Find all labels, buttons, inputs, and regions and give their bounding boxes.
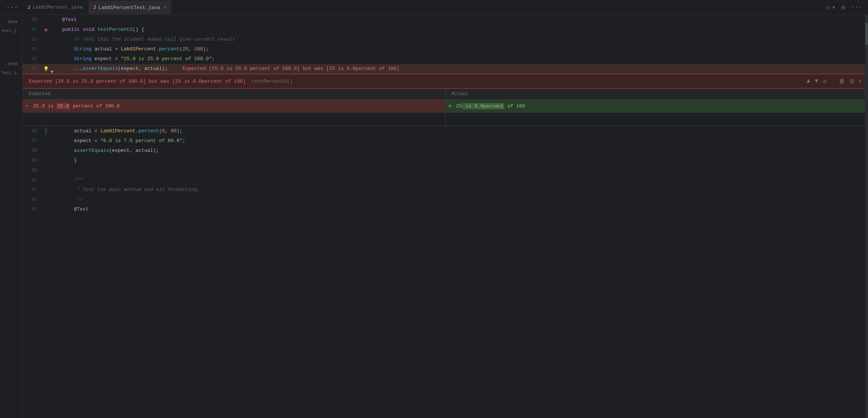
run-button[interactable]: ▷ ▾	[827, 4, 835, 11]
tab-lab01percent[interactable]: J Lab01Percent.java	[23, 1, 87, 14]
code-line-34: 34 String expect = "25.0 is 25.0 percent…	[23, 54, 868, 64]
code-line-37: 37 expect = "6.0 is 7.5 percent of 80.0"…	[23, 136, 868, 146]
error-message-text: Expected [25.0 is 25.0 percent of 100.0]…	[29, 79, 246, 84]
tab-bar: ··· J Lab01Percent.java J Lab01PercentTe…	[0, 0, 868, 15]
error-popup: Expected [25.0 is 25.0 percent of 100.0]…	[23, 74, 868, 89]
line-content-35: ...assertEquals(expect, actual); Expecte…	[50, 64, 399, 74]
diff-expected-line: − 25.0 is 25.0 percent of 100.0	[23, 99, 445, 113]
java-icon-2: J	[93, 5, 96, 11]
copy-button[interactable]: ⧉	[850, 78, 854, 85]
diff-actual-header: Actual	[446, 89, 868, 99]
line-content-31: public void testPercent2() {	[50, 25, 144, 35]
code-line-31: 31 ⊗ public void testPercent2() {	[23, 25, 868, 35]
line-num-42: 42	[23, 187, 41, 192]
code-line-39: 39 }	[23, 156, 868, 165]
sidebar-item-4[interactable]: Test.j...	[1, 69, 22, 77]
diff-expected-label: Expected	[29, 91, 50, 97]
extra-icon: ···	[851, 4, 862, 11]
code-line-35: 35 💡 ...assertEquals(expect, actual); Ex…	[23, 64, 868, 74]
diff-expected-content: − 25.0 is 25.0 percent of 100.0	[23, 99, 445, 126]
java-icon-1: J	[27, 5, 30, 11]
line-content-37: expect = "6.0 is 7.5 percent of 80.0";	[50, 136, 185, 146]
diff-actual-line: + 25 is 0.0percent of 100	[446, 99, 868, 113]
error-icon-31: ⊗	[44, 27, 47, 33]
gutter-31: ⊗	[41, 27, 50, 33]
code-line-38: 38 assertEquals(expect, actual);	[23, 146, 868, 156]
close-tab-icon[interactable]: ✕	[164, 5, 167, 11]
delete-button[interactable]: 🗑	[839, 78, 845, 85]
line-num-32: 32	[23, 37, 41, 42]
code-line-30: 30 @Test	[23, 15, 868, 25]
tab-bar-left: ··· J Lab01Percent.java J Lab01PercentTe…	[3, 1, 171, 14]
run-icon: ▷	[827, 4, 830, 11]
line-num-31: 31	[23, 27, 41, 32]
line-content-39: }	[50, 156, 77, 165]
line-content-33: String actual = Lab01Percent.percent(25,…	[50, 44, 209, 54]
line-content-44: @Test	[50, 204, 88, 214]
diff-expected-text-after: percent of 100.0	[70, 103, 120, 109]
diff-expected-panel: Expected − 25.0 is 25.0 percent of 100.0	[23, 89, 446, 126]
line-num-38: 38	[23, 148, 41, 153]
more-button[interactable]: ···	[3, 2, 21, 13]
code-line-42: 42 * Test the main method and all format…	[23, 185, 868, 195]
error-popup-actions: ▲ ▼ ↺ | 🗑 ⧉ ✕	[807, 77, 862, 85]
split-icon: ⊟	[842, 4, 845, 11]
code-line-33: 33 String actual = Lab01Percent.percent(…	[23, 44, 868, 54]
nav-down-button[interactable]: ▼	[815, 78, 819, 85]
line-num-34: 34	[23, 56, 41, 62]
run-dropdown-icon: ▾	[832, 4, 836, 11]
close-popup-button[interactable]: ✕	[858, 77, 862, 85]
tab-label-2: Lab01PercentTest.java	[99, 5, 160, 11]
line-num-30: 30	[23, 17, 41, 23]
line-content-41: /**	[50, 175, 83, 185]
diff-minus-marker: −	[26, 103, 33, 109]
code-line-43: 43 */	[23, 195, 868, 204]
split-button[interactable]: ⊟	[842, 4, 845, 11]
gutter-36	[41, 128, 50, 135]
diff-expected-text-before: 25.0 is	[33, 103, 56, 109]
diff-actual-content: + 25 is 0.0percent of 100	[446, 99, 868, 126]
scrollbar-thumb[interactable]	[865, 23, 868, 45]
diff-actual-text-after: of 100	[504, 103, 525, 109]
code-top-section: 30 @Test 31 ⊗ public void testPercent2()…	[23, 15, 868, 74]
history-button[interactable]: ↺	[823, 77, 827, 85]
diff-plus-marker: +	[449, 103, 456, 109]
code-line-36: 36 actual = Lab01Percent.percent(6, 80);	[23, 126, 868, 136]
code-line-40: 40	[23, 165, 868, 175]
diff-expected-header: Expected	[23, 89, 445, 99]
line-content-36: actual = Lab01Percent.percent(6, 80);	[50, 126, 182, 136]
sidebar-item-3[interactable]: .java	[4, 60, 18, 68]
line-content-30: @Test	[50, 15, 77, 25]
error-method-name: testPercent2()	[252, 79, 293, 84]
diff-actual-text-before: 25	[456, 103, 462, 109]
sidebar-item-1[interactable]: .java	[4, 18, 18, 26]
nav-up-button[interactable]: ▲	[807, 78, 810, 85]
warning-icon-35: 💡	[43, 66, 49, 72]
error-popup-content: Expected [25.0 is 25.0 percent of 100.0]…	[29, 79, 293, 84]
line-num-39: 39	[23, 158, 41, 163]
vertical-scrollbar[interactable]	[865, 15, 868, 418]
line-content-32: // test that the student added call give…	[50, 35, 235, 44]
code-editor: 30 @Test 31 ⊗ public void testPercent2()…	[23, 15, 868, 418]
code-line-44: 44 @Test	[23, 204, 868, 214]
extra-menu-button[interactable]: ···	[851, 4, 862, 11]
line-content-38: assertEquals(expect, actual);	[50, 146, 159, 156]
line-num-37: 37	[23, 138, 41, 144]
line-content-34: String expect = "25.0 is 25.0 percent of…	[50, 54, 215, 64]
code-line-41: 41 /**	[23, 175, 868, 185]
line-num-35: 35	[23, 66, 41, 71]
tab-lab01percenttest[interactable]: J Lab01PercentTest.java ✕	[88, 1, 171, 14]
diff-actual-highlight: is 0.0percent	[462, 103, 504, 109]
gutter-35: 💡	[41, 66, 50, 72]
diff-actual-panel: Actual + 25 is 0.0percent of 100	[446, 89, 868, 126]
tab-label-1: Lab01Percent.java	[33, 5, 83, 10]
sidebar-item-2[interactable]: Test.j...	[1, 27, 22, 35]
line-num-33: 33	[23, 47, 41, 52]
sidebar: .java Test.j... .java Test.j...	[0, 15, 23, 418]
line-num-43: 43	[23, 197, 41, 202]
line-num-40: 40	[23, 168, 41, 173]
line-content-42: * Test the main method and all formattin…	[50, 185, 200, 195]
code-line-32: 32 // test that the student added call g…	[23, 35, 868, 44]
diff-container: Expected − 25.0 is 25.0 percent of 100.0…	[23, 89, 868, 126]
line-num-41: 41	[23, 177, 41, 183]
